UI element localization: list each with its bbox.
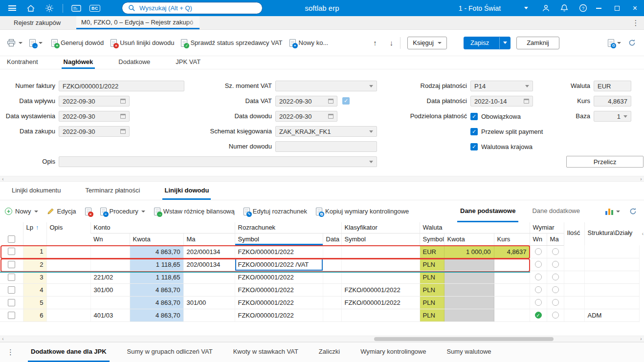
tab-wymiary-kontrolingowe[interactable]: Wymiary kontrolingowe bbox=[357, 342, 429, 362]
radio-wymiar-wn[interactable] bbox=[530, 283, 547, 296]
radio-wymiar-ma[interactable] bbox=[552, 248, 559, 255]
tab-kwoty-w-stawkach-vat[interactable]: Kwoty w stawkach VAT bbox=[230, 342, 301, 362]
cell-waluta-symbol[interactable]: PLN bbox=[420, 271, 444, 283]
cell-klasyfikator-symbol[interactable]: FZKO/000001/2022 bbox=[341, 296, 420, 309]
chevron-down-icon[interactable] bbox=[369, 130, 373, 133]
cell-ilosc[interactable] bbox=[564, 283, 584, 296]
chevron-down-icon[interactable] bbox=[369, 85, 373, 87]
settings-button[interactable] bbox=[40, 0, 59, 16]
cell-ilosc[interactable] bbox=[564, 245, 584, 258]
zamknij-button[interactable]: Zamknij bbox=[516, 37, 559, 49]
column-header-opis[interactable]: Opis bbox=[46, 222, 90, 245]
baza-field[interactable]: 1 bbox=[594, 111, 631, 122]
cell-konto-kwota[interactable]: 4 863,70 bbox=[130, 245, 183, 258]
home-button[interactable] bbox=[22, 0, 40, 16]
cell-lp[interactable]: 5 bbox=[23, 296, 46, 309]
column-header-waluta-kurs[interactable]: Kurs bbox=[494, 233, 530, 245]
cell-rozrachunek-data[interactable] bbox=[323, 271, 341, 283]
cell-konto-kwota[interactable]: 1 118,65 bbox=[130, 271, 183, 283]
data-vat-field[interactable]: 2022-09-30 bbox=[275, 96, 337, 106]
table-row[interactable]: 6401/034 863,70FZKO/000001/2022PLN✓ADM bbox=[0, 309, 639, 321]
menu-button[interactable] bbox=[3, 0, 22, 16]
cell-konto-ma[interactable] bbox=[183, 309, 235, 321]
cell-rozrachunek-symbol[interactable]: FZKO/000001/2022 bbox=[235, 283, 323, 296]
cell-waluta-kurs[interactable] bbox=[494, 271, 530, 283]
radio-wymiar-ma[interactable] bbox=[547, 245, 564, 258]
waluta-field[interactable]: EUR bbox=[594, 81, 631, 91]
cell-konto-wn[interactable] bbox=[90, 245, 130, 258]
cell-waluta-kwota[interactable] bbox=[444, 309, 494, 321]
column-header-klasyfikator-symbol[interactable]: Symbol bbox=[341, 233, 420, 245]
data-vat-checkbox[interactable]: ✓ bbox=[342, 97, 350, 105]
cell-rozrachunek-symbol[interactable]: FZKO/000001/2022 /VAT bbox=[235, 258, 323, 271]
cell-struktura[interactable] bbox=[584, 258, 639, 271]
cell-konto-wn[interactable]: 221/02 bbox=[90, 271, 130, 283]
edytuj-rozrachunek-button[interactable]: ✎ Edytuj rozrachunek bbox=[244, 200, 307, 222]
column-header-wymiar-ma[interactable]: Ma bbox=[547, 233, 564, 245]
column-group-rozrachunek[interactable]: Rozrachunek bbox=[235, 222, 341, 233]
calendar-icon[interactable] bbox=[120, 114, 126, 119]
row-checkbox[interactable] bbox=[8, 312, 15, 319]
tab-kontrahent[interactable]: Kontrahent bbox=[5, 56, 40, 69]
cell-waluta-symbol[interactable]: PLN bbox=[420, 283, 444, 296]
radio-wymiar-ma[interactable] bbox=[552, 261, 559, 268]
column-group-wymiar[interactable]: Wymiar bbox=[530, 222, 564, 233]
cell-konto-wn[interactable] bbox=[90, 296, 130, 309]
cell-konto-kwota[interactable]: 4 863,70 bbox=[130, 283, 183, 296]
cell-opis[interactable] bbox=[46, 309, 90, 321]
table-row[interactable]: 21 118,65202/000134FZKO/000001/2022 /VAT… bbox=[0, 258, 639, 271]
cell-konto-ma[interactable] bbox=[183, 283, 235, 296]
scrollbar-thumb[interactable] bbox=[374, 337, 554, 341]
data-wplywu-field[interactable]: 2022-09-30 bbox=[59, 96, 130, 106]
row-checkbox[interactable] bbox=[8, 261, 15, 268]
zapisz-button[interactable]: Zapisz bbox=[464, 37, 511, 49]
column-header-konto-ma[interactable]: Ma bbox=[183, 233, 235, 245]
column-header-lp[interactable]: Lp↑ bbox=[23, 222, 46, 245]
usun-linijki-button[interactable]: × Usuń linijki dowodu bbox=[111, 39, 174, 47]
cell-klasyfikator-symbol[interactable] bbox=[341, 245, 420, 258]
row-checkbox[interactable] bbox=[8, 286, 15, 294]
cell-rozrachunek-data[interactable] bbox=[323, 283, 341, 296]
cell-struktura[interactable]: ADM bbox=[584, 309, 639, 321]
cell-konto-kwota[interactable]: 4 863,70 bbox=[130, 309, 183, 321]
walutowa-krajowa-checkbox-row[interactable]: ✓ Walutowa krajowa bbox=[470, 141, 533, 152]
column-header-konto-kwota[interactable]: Kwota bbox=[130, 233, 183, 245]
cell-opis[interactable] bbox=[46, 296, 90, 309]
calendar-icon[interactable] bbox=[120, 129, 126, 134]
radio-wymiar-wn[interactable] bbox=[530, 271, 547, 283]
radio-wymiar-ma[interactable] bbox=[547, 296, 564, 309]
maximize-button[interactable] bbox=[608, 0, 626, 16]
cell-rozrachunek-symbol[interactable]: FZKO/000001/2022 bbox=[235, 309, 323, 321]
calendar-icon[interactable] bbox=[524, 99, 529, 104]
calendar-icon[interactable] bbox=[328, 114, 333, 119]
opis-field[interactable] bbox=[59, 156, 377, 167]
refresh-button[interactable] bbox=[628, 39, 636, 47]
edycja-button[interactable]: Edycja bbox=[47, 200, 76, 222]
radio-wymiar-ma[interactable] bbox=[552, 312, 559, 319]
tab-naglowek[interactable]: Nagłówek bbox=[62, 56, 95, 69]
cell-waluta-kurs[interactable]: 4,8637 bbox=[494, 245, 530, 258]
cell-klasyfikator-symbol[interactable]: FZKO/000001/2022 bbox=[341, 283, 420, 296]
data-wystawienia-field[interactable]: 2022-09-30 bbox=[59, 111, 130, 122]
cell-klasyfikator-symbol[interactable] bbox=[341, 271, 420, 283]
cell-konto-wn[interactable]: 401/03 bbox=[90, 309, 130, 321]
sz-moment-vat-field[interactable] bbox=[275, 81, 377, 91]
schemat-ksiegowania-field[interactable]: ZAK_KRAJK_FK1 bbox=[275, 126, 377, 137]
radio-wymiar-wn-checked[interactable]: ✓ bbox=[535, 312, 542, 319]
przelew-split-checkbox[interactable]: ✓ bbox=[470, 128, 478, 135]
table-row[interactable]: 54 863,70301/00FZKO/000001/2022FZKO/0000… bbox=[0, 296, 639, 309]
tab-rejestr-zakupow[interactable]: Rejestr zakupów bbox=[9, 16, 66, 29]
radio-wymiar-ma[interactable] bbox=[547, 258, 564, 271]
select-all-checkbox[interactable] bbox=[8, 235, 15, 243]
radio-wymiar-wn[interactable] bbox=[535, 286, 542, 293]
cell-waluta-kurs[interactable] bbox=[494, 309, 530, 321]
column-header-wymiar-wn[interactable]: Wn bbox=[530, 233, 547, 245]
tab-dodatkowe[interactable]: Dodatkowe bbox=[116, 56, 152, 69]
cell-konto-ma[interactable] bbox=[183, 271, 235, 283]
bottom-menu-grip[interactable]: ⋮ bbox=[7, 342, 14, 362]
tab-overflow-button[interactable]: ⋮ bbox=[627, 16, 644, 29]
cell-opis[interactable] bbox=[46, 271, 90, 283]
form-horizontal-scrollbar[interactable]: ‹ › bbox=[0, 176, 644, 182]
sprawdz-status-vat-button[interactable]: ✓ Sprawdź status sprzedawcy VAT bbox=[181, 39, 282, 47]
obowiazkowa-checkbox[interactable]: ✓ bbox=[470, 113, 478, 120]
